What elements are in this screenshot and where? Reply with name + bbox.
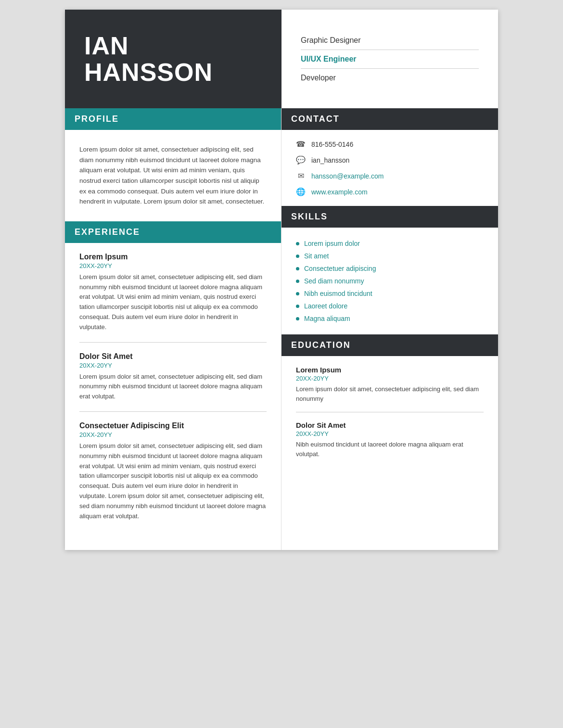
exp-title: Consectetuer Adipiscing Elit [79, 421, 267, 430]
education-heading: EDUCATION [282, 334, 498, 356]
role-item: Graphic Designer [301, 31, 479, 50]
header: IAN HANSSON Graphic DesignerUI/UX Engine… [65, 10, 498, 108]
body-grid: PROFILE Lorem ipsum dolor sit amet, cons… [65, 108, 498, 550]
exp-desc: Lorem ipsum dolor sit amet, consectetuer… [79, 272, 267, 332]
skill-label: Magna aliquam [304, 315, 350, 322]
skill-item: Lorem ipsum dolor [296, 237, 484, 250]
contact-link[interactable]: hansson@example.com [311, 172, 384, 180]
skills-list: Lorem ipsum dolorSit ametConsectetuer ad… [282, 228, 498, 334]
skill-item: Magna aliquam [296, 312, 484, 325]
edu-date: 20XX-20YY [296, 430, 484, 437]
education-section: EDUCATION Lorem Ipsum 20XX-20YY Lorem ip… [282, 334, 498, 485]
contact-text: ian_hansson [311, 156, 349, 164]
skill-bullet [296, 242, 299, 245]
contact-list: ☎816-555-0146💬ian_hansson✉hansson@exampl… [282, 130, 498, 206]
profile-section: PROFILE Lorem ipsum dolor sit amet, cons… [65, 108, 281, 221]
right-column: CONTACT ☎816-555-0146💬ian_hansson✉hansso… [282, 108, 498, 550]
exp-desc: Lorem ipsum dolor sit amet, consectetuer… [79, 372, 267, 402]
left-column: PROFILE Lorem ipsum dolor sit amet, cons… [65, 108, 282, 550]
exp-date: 20XX-20YY [79, 362, 267, 369]
contact-icon: 💬 [296, 155, 306, 165]
experience-content: Lorem Ipsum 20XX-20YY Lorem ipsum dolor … [65, 243, 281, 550]
exp-date: 20XX-20YY [79, 431, 267, 438]
contact-item: ☎816-555-0146 [296, 140, 484, 149]
last-name: HANSSON [84, 59, 262, 86]
skill-label: Lorem ipsum dolor [304, 240, 360, 247]
skill-bullet [296, 305, 299, 308]
experience-section: EXPERIENCE Lorem Ipsum 20XX-20YY Lorem i… [65, 221, 281, 550]
skill-item: Nibh euismod tincidunt [296, 287, 484, 300]
skill-item: Sit amet [296, 250, 484, 262]
exp-title: Lorem Ipsum [79, 253, 267, 261]
experience-item: Consectetuer Adipiscing Elit 20XX-20YY L… [79, 421, 267, 531]
skill-bullet [296, 292, 299, 295]
skill-bullet [296, 255, 299, 258]
role-item: Developer [301, 69, 479, 87]
skill-bullet [296, 317, 299, 320]
education-item: Lorem Ipsum 20XX-20YY Lorem ipsum dolor … [296, 366, 484, 412]
edu-title: Lorem Ipsum [296, 366, 484, 374]
skill-label: Sed diam nonummy [304, 277, 364, 285]
edu-desc: Lorem ipsum dolor sit amet, consectetuer… [296, 384, 484, 403]
profile-heading: PROFILE [65, 108, 281, 130]
header-name-block: IAN HANSSON [65, 10, 282, 108]
skill-label: Sit amet [304, 252, 329, 260]
contact-link[interactable]: www.example.com [311, 188, 368, 196]
skills-heading: SKILLS [282, 206, 498, 228]
exp-desc: Lorem ipsum dolor sit amet, consectetuer… [79, 441, 267, 521]
skill-bullet [296, 267, 299, 270]
resume: IAN HANSSON Graphic DesignerUI/UX Engine… [65, 10, 498, 550]
experience-heading: EXPERIENCE [65, 221, 281, 243]
education-item: Dolor Sit Amet 20XX-20YY Nibh euismod ti… [296, 421, 484, 467]
skills-section: SKILLS Lorem ipsum dolorSit ametConsecte… [282, 206, 498, 334]
skill-item: Laoreet dolore [296, 300, 484, 312]
contact-section: CONTACT ☎816-555-0146💬ian_hansson✉hansso… [282, 108, 498, 206]
contact-item: 🌐www.example.com [296, 187, 484, 196]
edu-title: Dolor Sit Amet [296, 421, 484, 429]
edu-date: 20XX-20YY [296, 375, 484, 382]
contact-icon: ☎ [296, 140, 306, 149]
contact-heading: CONTACT [282, 108, 498, 130]
contact-text: 816-555-0146 [311, 140, 353, 148]
exp-date: 20XX-20YY [79, 262, 267, 269]
exp-title: Dolor Sit Amet [79, 352, 267, 361]
skill-label: Laoreet dolore [304, 302, 347, 310]
contact-icon: ✉ [296, 171, 306, 180]
skill-label: Nibh euismod tincidunt [304, 290, 372, 297]
role-item: UI/UX Engineer [301, 50, 479, 69]
skill-item: Sed diam nonummy [296, 275, 484, 287]
contact-icon: 🌐 [296, 187, 306, 196]
edu-desc: Nibh euismod tincidunt ut laoreet dolore… [296, 440, 484, 459]
contact-item: ✉hansson@example.com [296, 171, 484, 180]
skill-bullet [296, 280, 299, 283]
header-roles-block: Graphic DesignerUI/UX EngineerDeveloper [282, 10, 498, 108]
education-content: Lorem Ipsum 20XX-20YY Lorem ipsum dolor … [282, 356, 498, 485]
skill-label: Consectetuer adipiscing [304, 265, 376, 272]
contact-item: 💬ian_hansson [296, 155, 484, 165]
first-name: IAN [84, 33, 262, 59]
experience-item: Lorem Ipsum 20XX-20YY Lorem ipsum dolor … [79, 253, 267, 343]
experience-item: Dolor Sit Amet 20XX-20YY Lorem ipsum dol… [79, 352, 267, 412]
skill-item: Consectetuer adipiscing [296, 262, 484, 275]
profile-text: Lorem ipsum dolor sit amet, consectetuer… [65, 130, 281, 221]
